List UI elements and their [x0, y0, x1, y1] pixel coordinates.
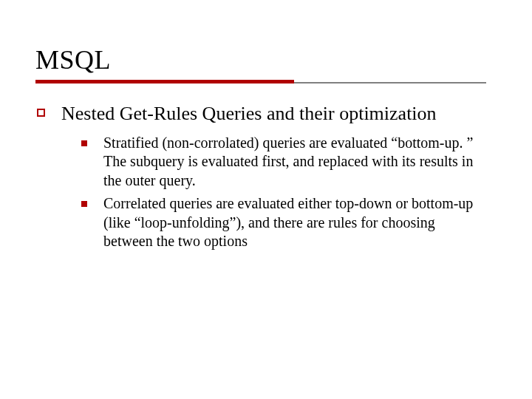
subpoints: Stratified (non-corrolated) queries are … [35, 134, 497, 252]
rule-red-segment [35, 80, 294, 83]
title-rule [35, 80, 497, 86]
square-open-bullet-icon [37, 109, 45, 117]
point-text: Correlated queries are evaluated either … [103, 194, 488, 251]
list-item: Correlated queries are evaluated either … [81, 194, 489, 251]
heading-row: Nested Get-Rules Queries and their optim… [35, 102, 497, 126]
section-heading: Nested Get-Rules Queries and their optim… [61, 102, 437, 126]
point-text: Stratified (non-corrolated) queries are … [103, 134, 488, 191]
list-item: Stratified (non-corrolated) queries are … [81, 134, 489, 191]
slide: MSQL Nested Get-Rules Queries and their … [0, 0, 532, 399]
content-area: Nested Get-Rules Queries and their optim… [35, 102, 497, 251]
slide-title: MSQL [35, 44, 497, 75]
square-fill-bullet-icon [81, 140, 87, 146]
rule-gray-segment [294, 82, 486, 83]
square-fill-bullet-icon [81, 201, 87, 207]
